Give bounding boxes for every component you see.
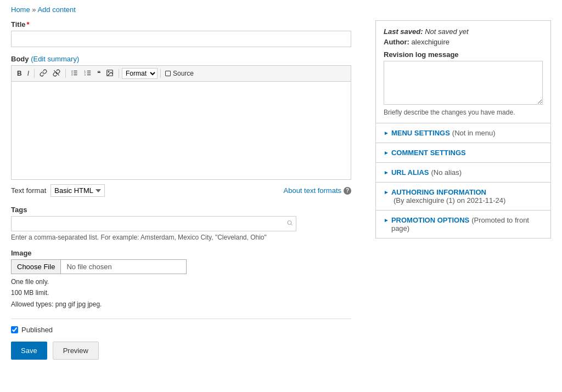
comment-settings-title: COMMENT SETTINGS [391, 149, 466, 157]
url-alias-section[interactable]: ► URL ALIAS(No alias) [376, 163, 550, 183]
menu-settings-sub: (Not in menu) [452, 129, 496, 137]
published-checkbox[interactable] [11, 326, 18, 333]
text-format-left: Text format Basic HTML Full HTML Plain t… [11, 184, 105, 197]
toolbar-ul[interactable] [69, 68, 81, 79]
tags-label: Tags [11, 206, 364, 214]
right-sidebar: Last saved: Not saved yet Author: alexch… [375, 20, 551, 238]
author-row: Author: alexchiguire [384, 38, 543, 46]
authoring-arrow: ► [384, 189, 389, 195]
file-hint-1: One file only. [11, 276, 364, 287]
toolbar-sep-2 [65, 69, 66, 78]
about-formats-link[interactable]: About text formats [284, 186, 342, 195]
svg-point-16 [288, 221, 291, 225]
body-field-wrapper: Body (Edit summary) B I 123 [11, 55, 364, 180]
save-button[interactable]: Save [11, 342, 47, 360]
promotion-section[interactable]: ► PROMOTION OPTIONS(Promoted to front pa… [376, 211, 550, 238]
action-buttons: Save Preview [11, 342, 364, 360]
authoring-title: AUTHORING INFORMATION [391, 188, 486, 196]
title-input[interactable] [11, 31, 351, 47]
svg-point-4 [71, 71, 72, 72]
toolbar-image[interactable] [104, 68, 116, 79]
menu-settings-content: MENU SETTINGS(Not in menu) [391, 129, 496, 137]
last-saved-row: Last saved: Not saved yet [384, 27, 543, 36]
svg-point-14 [108, 71, 109, 72]
tags-input[interactable] [11, 216, 296, 231]
text-format-select[interactable]: Basic HTML Full HTML Plain text [50, 184, 105, 197]
author-label: Author: [384, 38, 409, 46]
author-value: alexchiguire [412, 38, 449, 46]
file-hint-2: 100 MB limit. [11, 287, 364, 298]
comment-settings-arrow: ► [384, 150, 389, 156]
last-saved-value: Not saved yet [425, 27, 469, 36]
editor-area[interactable] [11, 81, 351, 180]
promotion-content: PROMOTION OPTIONS(Promoted to front page… [391, 216, 543, 232]
tags-search-icon [286, 220, 293, 228]
editor-toolbar: B I 123 ❝ [11, 65, 351, 81]
svg-point-5 [71, 72, 72, 73]
comment-settings-section[interactable]: ► COMMENT SETTINGS [376, 143, 550, 163]
svg-line-0 [54, 70, 59, 75]
svg-text:3: 3 [85, 73, 86, 76]
last-saved-label: Last saved: [384, 27, 423, 36]
revision-label: Revision log message [384, 50, 543, 59]
toolbar-sep-4 [160, 69, 161, 78]
toolbar-format-select[interactable]: Format [122, 68, 158, 79]
promotion-title: PROMOTION OPTIONS [391, 216, 469, 224]
help-icon: ? [344, 187, 351, 195]
authoring-content: AUTHORING INFORMATION(By alexchiguire (1… [391, 188, 506, 204]
menu-settings-section[interactable]: ► MENU SETTINGS(Not in menu) [376, 123, 550, 143]
url-alias-sub: (No alias) [431, 168, 462, 177]
toolbar-sep-1 [34, 69, 35, 78]
title-label: Title* [11, 20, 364, 29]
tags-section: Tags Enter a comma-separated list. For e… [11, 206, 364, 241]
sidebar-meta-section: Last saved: Not saved yet Author: alexch… [376, 21, 550, 123]
text-format-label: Text format [11, 186, 46, 195]
tags-input-wrap [11, 216, 296, 231]
preview-button[interactable]: Preview [53, 342, 99, 360]
promotion-arrow: ► [384, 217, 389, 223]
edit-summary-link[interactable]: (Edit summary) [31, 55, 79, 63]
toolbar-italic[interactable]: I [25, 69, 31, 78]
authoring-section[interactable]: ► AUTHORING INFORMATION(By alexchiguire … [376, 183, 550, 211]
title-field-wrapper: Title* [11, 20, 364, 47]
toolbar-ol[interactable]: 123 [82, 68, 94, 79]
url-alias-title: URL ALIAS [391, 168, 429, 177]
file-input-row: Choose File No file chosen [11, 259, 187, 274]
toolbar-blockquote[interactable]: ❝ [95, 69, 103, 78]
text-format-row: Text format Basic HTML Full HTML Plain t… [11, 184, 351, 197]
menu-settings-title: MENU SETTINGS [391, 129, 450, 137]
published-label[interactable]: Published [21, 326, 53, 334]
breadcrumb-current[interactable]: Add content [37, 5, 75, 14]
revision-hint: Briefly describe the changes you have ma… [384, 109, 543, 116]
image-label: Image [11, 249, 364, 257]
file-name-display: No file chosen [60, 259, 187, 274]
image-section: Image Choose File No file chosen One fil… [11, 249, 364, 310]
file-hints: One file only. 100 MB limit. Allowed typ… [11, 276, 364, 310]
toolbar-bold[interactable]: B [15, 69, 24, 78]
url-alias-arrow: ► [384, 169, 389, 175]
menu-settings-arrow: ► [384, 130, 389, 136]
svg-rect-15 [166, 71, 171, 76]
authoring-sub: (By alexchiguire (1) on 2021-11-24) [394, 196, 506, 204]
file-hint-3: Allowed types: png gif jpg jpeg. [11, 299, 364, 310]
toolbar-unlink[interactable] [50, 68, 63, 79]
left-column: Title* Body (Edit summary) B I [11, 20, 364, 360]
choose-file-button[interactable]: Choose File [11, 259, 60, 274]
breadcrumb-sep: » [32, 5, 36, 14]
tags-hint: Enter a comma-separated list. For exampl… [11, 234, 296, 241]
svg-line-17 [291, 224, 292, 225]
revision-textarea[interactable] [384, 61, 543, 105]
breadcrumb-home[interactable]: Home [11, 5, 30, 14]
body-label: Body (Edit summary) [11, 55, 364, 63]
toolbar-link[interactable] [37, 68, 49, 79]
toolbar-sep-3 [119, 69, 119, 78]
svg-point-6 [71, 75, 72, 76]
published-row: Published [11, 319, 351, 334]
toolbar-source[interactable]: Source [165, 70, 194, 77]
about-formats[interactable]: About text formats ? [284, 186, 352, 195]
breadcrumb: Home » Add content [11, 5, 551, 14]
url-alias-content: URL ALIAS(No alias) [391, 168, 462, 177]
